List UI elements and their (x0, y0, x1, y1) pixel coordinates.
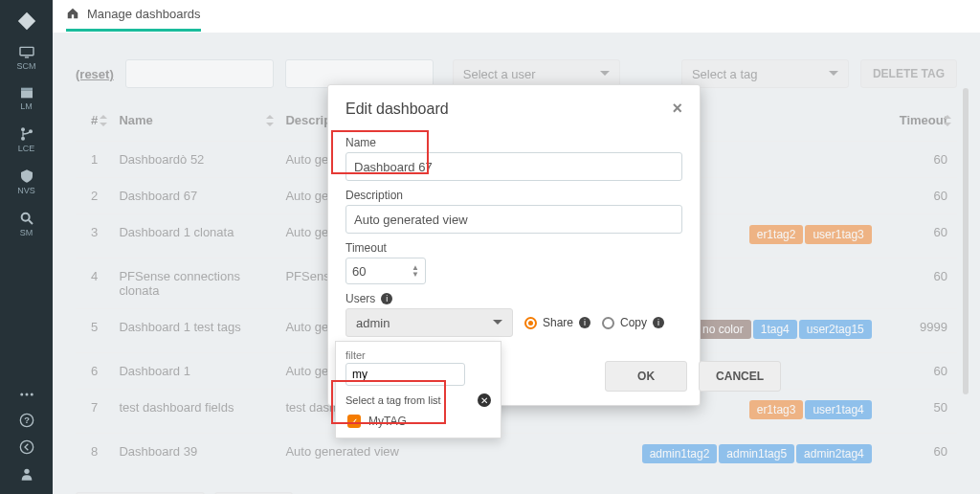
logo-icon (13, 8, 40, 34)
modal-title: Edit dashboard (345, 101, 449, 118)
sidebar-item-lm[interactable]: LM (0, 80, 53, 121)
box-icon (19, 86, 34, 100)
tag-filter-input[interactable] (345, 363, 465, 386)
svg-point-4 (21, 127, 25, 131)
arrow-left-icon (19, 439, 34, 455)
name-label: Name (345, 136, 682, 149)
close-icon[interactable]: × (672, 99, 682, 119)
topbar: Manage dashboards (53, 0, 980, 33)
name-input[interactable] (345, 152, 682, 181)
info-icon[interactable]: i (579, 317, 590, 328)
shield-icon (19, 168, 34, 184)
home-icon (66, 7, 79, 20)
tag-option-mytag[interactable]: ✓ MyTAG (342, 411, 495, 432)
users-label: Users (345, 292, 375, 305)
help-icon: ? (19, 413, 34, 428)
svg-text:?: ? (24, 415, 30, 425)
svg-point-10 (25, 393, 28, 396)
timeout-input[interactable]: 60▲▼ (345, 258, 426, 284)
desc-input[interactable] (345, 205, 682, 234)
sidebar-item-chat[interactable] (0, 383, 53, 408)
svg-rect-1 (24, 56, 28, 57)
copy-radio[interactable] (602, 317, 614, 329)
cancel-button[interactable]: CANCEL (699, 361, 781, 392)
sidebar-item-scm[interactable]: SCM (0, 40, 53, 80)
svg-rect-3 (21, 88, 33, 91)
tags-dropdown: filter Select a tag from list ✕ ✓ MyTAG (335, 341, 501, 438)
svg-point-5 (21, 137, 25, 141)
desc-label: Description (345, 189, 682, 202)
filter-label: filter (342, 348, 495, 361)
sidebar-item-user[interactable] (0, 461, 53, 488)
svg-point-11 (30, 393, 33, 396)
sidebar: SCM LM LCE NVS SM ? (0, 0, 53, 494)
breadcrumb[interactable]: Manage dashboards (66, 0, 201, 32)
svg-point-9 (20, 393, 23, 396)
svg-rect-2 (21, 90, 33, 98)
svg-point-14 (20, 440, 33, 453)
timeout-label: Timeout (345, 241, 682, 255)
sidebar-item-lce[interactable]: LCE (0, 121, 53, 163)
ok-button[interactable]: OK (605, 361, 687, 392)
dropdown-header: Select a tag from list (345, 394, 441, 406)
user-icon (19, 466, 34, 482)
svg-line-8 (29, 220, 33, 224)
clear-icon[interactable]: ✕ (478, 393, 491, 407)
share-radio[interactable] (524, 317, 537, 329)
sidebar-item-sm[interactable]: SM (0, 205, 53, 247)
svg-rect-0 (20, 47, 33, 55)
share-label: Share (543, 316, 573, 329)
search-icon (19, 211, 34, 226)
svg-point-7 (21, 213, 29, 221)
chevron-down-icon (493, 320, 502, 329)
chat-icon (18, 388, 35, 401)
svg-point-15 (24, 469, 29, 474)
monitor-icon (18, 46, 35, 59)
copy-label: Copy (620, 316, 647, 329)
checkbox-checked-icon: ✓ (347, 415, 361, 428)
branch-icon (19, 126, 34, 142)
sidebar-item-nvs[interactable]: NVS (0, 163, 53, 205)
sidebar-item-help[interactable]: ? (0, 408, 53, 435)
info-icon[interactable]: i (381, 293, 392, 304)
sidebar-item-back[interactable] (0, 435, 53, 461)
users-select[interactable]: admin (345, 308, 513, 337)
page-title: Manage dashboards (87, 7, 201, 21)
info-icon[interactable]: i (653, 317, 664, 328)
